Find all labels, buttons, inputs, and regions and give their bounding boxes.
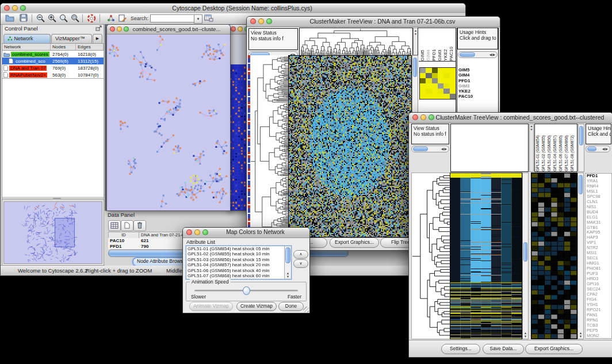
search-dropdown-icon[interactable]: ▼ — [194, 14, 202, 24]
minimize-icon[interactable] — [258, 18, 264, 24]
attribute-select-icon[interactable] — [108, 220, 121, 231]
move-up-button[interactable]: ∧ — [293, 250, 308, 259]
network-tree-row[interactable]: combined_scores2764(0)16218(0) — [2, 51, 104, 58]
save-data-button[interactable]: Save Data... — [483, 344, 524, 354]
tv1-top-dendrogram[interactable] — [299, 28, 413, 56]
close-icon[interactable] — [231, 26, 236, 32]
zoom-fit-icon[interactable] — [58, 14, 70, 23]
network-overview[interactable] — [3, 201, 102, 264]
view-status-heading: View Status — [251, 30, 296, 36]
annotation-icon[interactable] — [117, 14, 128, 23]
attribute-browser-icon[interactable] — [203, 14, 215, 23]
search-input[interactable] — [150, 14, 195, 22]
zoom-heatmap-cell — [426, 83, 431, 89]
zoom-out-icon[interactable] — [35, 14, 47, 23]
minimize-icon[interactable] — [117, 26, 122, 32]
minimize-icon[interactable] — [420, 114, 426, 120]
zoom-window-icon[interactable] — [124, 26, 129, 32]
scroll-arrows-icon[interactable]: ▲▼ — [285, 271, 291, 278]
tv2-label-vscrollbar[interactable] — [578, 124, 584, 172]
scroll-arrows-icon[interactable]: ◀▶ — [489, 52, 496, 58]
scroll-arrows-icon[interactable]: ▲▼ — [578, 331, 583, 338]
network1-title: combined_scores_good.txt--cluste... — [128, 26, 225, 32]
attribute-list-item[interactable]: GPL51-07 (GSM868) heat shock 60 min — [186, 273, 291, 278]
network1-title-bar[interactable]: combined_scores_good.txt--cluste... — [107, 25, 230, 35]
save-session-icon[interactable] — [18, 14, 29, 23]
resize-grip[interactable] — [303, 306, 309, 312]
scroll-arrows-icon[interactable]: ◀▶ — [602, 146, 609, 152]
attribute-list-item[interactable]: GPL51-03 (GSM856) heat shock 15 min — [186, 257, 291, 262]
zoom-in-icon[interactable] — [47, 14, 58, 23]
network-tree-row[interactable]: combined_sco2569(6)13112(15) — [2, 58, 104, 64]
network-canvas[interactable] — [107, 35, 229, 210]
tab-overflow-arrow-icon[interactable]: ▶ — [93, 34, 102, 43]
zoom-window-icon[interactable] — [266, 18, 272, 24]
close-icon[interactable] — [250, 18, 256, 24]
zoom-heatmap-cell — [420, 94, 426, 99]
tv2-gene-vscrollbar[interactable]: ▲▼ — [577, 173, 584, 339]
network-tree-row[interactable]: DNA and Tran 07769(0)183728(0) — [2, 64, 104, 71]
zoom-window-icon[interactable] — [429, 114, 434, 120]
scroll-arrows-icon[interactable]: ▲▼ — [523, 331, 528, 338]
export-graphics-button[interactable]: Export Graphics... — [525, 344, 583, 354]
network-tree-row[interactable]: RNAPuberNov2+563(0)107847(0) — [2, 71, 104, 78]
attribute-list-item[interactable]: GPL51-06 (GSM865) heat shock 40 min — [186, 268, 291, 273]
window-controls[interactable] — [4, 5, 26, 11]
tv1-gene-dendrogram[interactable] — [250, 55, 288, 236]
minimize-icon[interactable] — [238, 26, 243, 32]
minimize-icon[interactable] — [12, 5, 18, 11]
folder-icon — [3, 52, 10, 57]
animate-vizmap-button[interactable]: Animate Vizmap — [189, 302, 233, 311]
tv2-title-bar[interactable]: ClusterMaker TreeView : combined_scores_… — [409, 113, 612, 123]
close-icon[interactable] — [4, 5, 10, 11]
dialog-title-bar[interactable]: Map Colors to Network — [183, 228, 309, 238]
new-attribute-icon[interactable] — [121, 220, 133, 231]
zoom-selected-icon[interactable] — [70, 14, 81, 23]
zoom-window-icon[interactable] — [20, 5, 26, 11]
tv1-zoom-heatmap[interactable] — [419, 67, 456, 99]
tab-network[interactable]: Network — [3, 34, 51, 43]
minimize-icon[interactable] — [194, 229, 200, 235]
scroll-arrows-icon[interactable]: ◀▶ — [441, 146, 447, 152]
done-button[interactable]: Done — [278, 302, 304, 311]
delete-attribute-icon[interactable] — [133, 220, 146, 231]
status-welcome: Welcome to Cytoscape 2.6.2 — [18, 267, 87, 274]
tv1-title-bar[interactable]: ClusterMaker TreeView : DNA and Tran 07-… — [247, 17, 500, 27]
panel-splitter[interactable] — [2, 197, 104, 200]
tv2-zoom-heatmap[interactable] — [531, 173, 577, 339]
tv1-usage-hscrollbar[interactable]: ◀▶ — [458, 51, 498, 58]
float-panel-icon[interactable] — [95, 25, 102, 33]
gene-label: PFD1 — [458, 78, 496, 83]
tv1-column-labels: GIM5GIM4PFD1GIM3YKE2PAC10 — [419, 28, 456, 62]
tv2-top-vscroll-arrows[interactable]: ▲▼ — [529, 124, 534, 172]
speed-slider-thumb[interactable] — [243, 286, 250, 295]
tv2-usage-hscrollbar[interactable]: ◀▶ — [586, 145, 610, 152]
tab-network-label: Network — [14, 36, 33, 41]
export-graphics-button[interactable]: Export Graphics... — [330, 237, 379, 248]
zoom-heatmap-cell — [426, 94, 431, 99]
move-down-button[interactable]: ∨ — [293, 259, 308, 268]
attribute-list-item[interactable]: GPL51-04 (GSM857) heat shock 20 min — [186, 262, 291, 267]
zoom-window-icon[interactable] — [202, 229, 208, 235]
attribute-list-item[interactable]: GPL51-02 (GSM855) heat shock 10 min — [186, 251, 291, 256]
tab-vizmapper[interactable]: VizMapper™ — [51, 34, 92, 43]
import-network-icon[interactable] — [105, 14, 117, 23]
settings-button[interactable]: Settings... — [441, 344, 480, 354]
create-vizmap-button[interactable]: Create Vizmap — [236, 302, 277, 311]
close-icon[interactable] — [110, 26, 115, 32]
attribute-list-vscrollbar[interactable]: ▲▼ — [284, 246, 291, 279]
tv1-heatmap[interactable] — [288, 55, 412, 237]
close-icon[interactable] — [412, 114, 418, 120]
network-table-header: Network Nodes Edges — [2, 43, 104, 51]
tv2-gene-dendrogram[interactable] — [411, 173, 450, 339]
open-file-icon[interactable] — [4, 14, 16, 23]
main-title-bar[interactable]: Cytoscape Desktop (Session Name: collins… — [1, 3, 465, 14]
help-lifesaver-icon[interactable] — [86, 14, 97, 23]
attribute-listbox[interactable]: GPL51-01 (GSM854) heat shock 05 minGPL51… — [186, 246, 292, 279]
close-icon[interactable] — [186, 229, 192, 235]
tv2-heatmap[interactable] — [450, 173, 522, 339]
tv2-heatmap-vscrollbar[interactable]: ▲▼ — [522, 173, 529, 339]
attribute-list-item[interactable]: GPL51-01 (GSM854) heat shock 05 min — [186, 246, 291, 251]
tv2-status-hscrollbar[interactable]: ◀▶ — [411, 145, 449, 152]
zoom-heatmap-cell — [420, 73, 426, 78]
